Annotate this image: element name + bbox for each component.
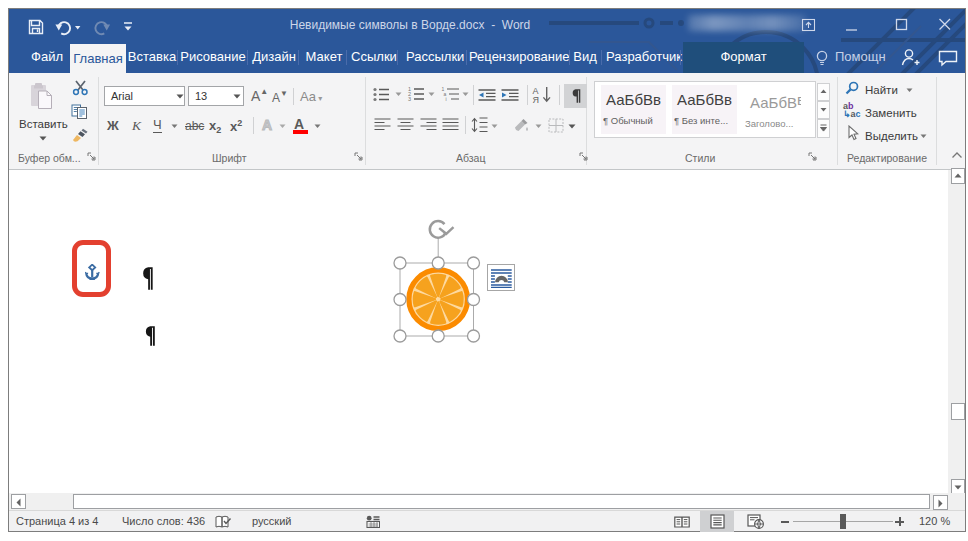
svg-text:А: А: [533, 86, 539, 96]
svg-text:Я: Я: [533, 95, 540, 104]
svg-text:3: 3: [408, 96, 411, 102]
svg-text:i: i: [446, 96, 447, 102]
